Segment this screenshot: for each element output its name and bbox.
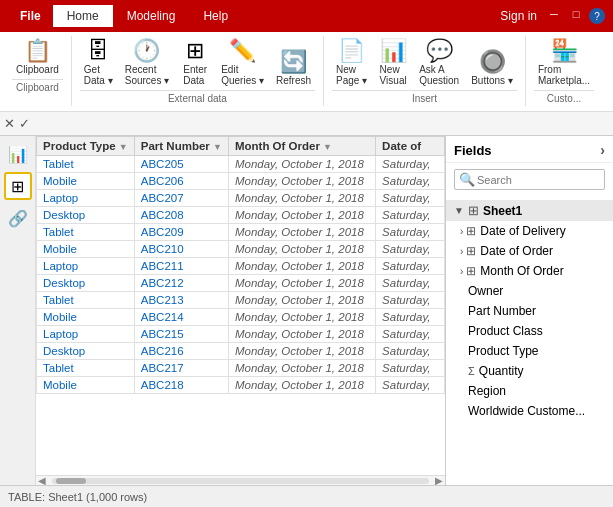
field-item-month-of-order[interactable]: › ⊞ Month Of Order [446, 261, 613, 281]
field-item-date-of-order[interactable]: › ⊞ Date of Order [446, 241, 613, 261]
window-controls: ─ □ ? [545, 8, 605, 24]
cell-part-number: ABC205 [134, 156, 228, 173]
recent-sources-label: RecentSources ▾ [125, 64, 169, 86]
field-item-date-of-delivery[interactable]: › ⊞ Date of Delivery [446, 221, 613, 241]
minimize-icon[interactable]: ─ [545, 8, 563, 24]
cell-product-type: Tablet [37, 292, 135, 309]
help-icon[interactable]: ? [589, 8, 605, 24]
table-area: Product Type ▼ Part Number ▼ Month Of Or… [36, 136, 445, 485]
fields-panel: Fields › 🔍 ▼ ⊞ Sheet1 › ⊞ Date of Delive… [445, 136, 613, 485]
cell-month-of-order: Monday, October 1, 2018 [228, 343, 375, 360]
field-item-part-number[interactable]: Part Number [446, 301, 613, 321]
custom-group-label: Custo... [534, 90, 594, 104]
horizontal-scrollbar[interactable]: ◀ ▶ [36, 475, 445, 485]
buttons-icon: 🔘 [479, 51, 506, 73]
enter-data-button[interactable]: ⊞ EnterData [177, 38, 213, 88]
region-label: Region [468, 384, 506, 398]
table-row: Mobile ABC214 Monday, October 1, 2018 Sa… [37, 309, 445, 326]
refresh-icon: 🔄 [280, 51, 307, 73]
recent-sources-button[interactable]: 🕐 RecentSources ▾ [121, 38, 173, 88]
left-panel: 📊 ⊞ 🔗 [0, 136, 36, 485]
refresh-button[interactable]: 🔄 Refresh [272, 49, 315, 88]
ask-question-button[interactable]: 💬 Ask AQuestion [415, 38, 463, 88]
cell-product-type: Mobile [37, 377, 135, 394]
data-view-icon[interactable]: ⊞ [4, 172, 32, 200]
fields-list: ▼ ⊞ Sheet1 › ⊞ Date of Delivery › ⊞ Date… [446, 196, 613, 485]
sort-icon-month-of-order[interactable]: ▼ [323, 142, 332, 152]
tab-modeling[interactable]: Modeling [113, 5, 190, 27]
cell-part-number: ABC217 [134, 360, 228, 377]
sort-icon-product-type[interactable]: ▼ [119, 142, 128, 152]
field-item-product-class[interactable]: Product Class [446, 321, 613, 341]
field-item-quantity[interactable]: Σ Quantity [446, 361, 613, 381]
search-icon: 🔍 [459, 172, 475, 187]
get-data-button[interactable]: 🗄 GetData ▾ [80, 38, 117, 88]
cell-product-type: Laptop [37, 258, 135, 275]
buttons-button[interactable]: 🔘 Buttons ▾ [467, 49, 517, 88]
sort-icon-part-number[interactable]: ▼ [213, 142, 222, 152]
table-row: Tablet ABC205 Monday, October 1, 2018 Sa… [37, 156, 445, 173]
field-item-worldwide-customer[interactable]: Worldwide Custome... [446, 401, 613, 421]
cell-month-of-order: Monday, October 1, 2018 [228, 224, 375, 241]
status-bar: TABLE: Sheet1 (1,000 rows) [0, 485, 613, 507]
ribbon-group-insert: 📄 NewPage ▾ 📊 NewVisual 💬 Ask AQuestion … [324, 36, 526, 106]
field-item-region[interactable]: Region [446, 381, 613, 401]
from-marketplace-button[interactable]: 🏪 FromMarketpla... [534, 38, 594, 88]
status-text: TABLE: Sheet1 (1,000 rows) [8, 491, 147, 503]
report-view-icon[interactable]: 📊 [4, 140, 32, 168]
date-of-delivery-arrow: › [460, 226, 463, 237]
clipboard-icon: 📋 [24, 40, 51, 62]
enter-data-icon: ⊞ [186, 40, 204, 62]
table-row: Mobile ABC210 Monday, October 1, 2018 Sa… [37, 241, 445, 258]
ribbon: 📋 Clipboard Clipboard 🗄 GetData ▾ 🕐 Rece… [0, 32, 613, 112]
fields-search-input[interactable] [477, 174, 600, 186]
fields-collapse-button[interactable]: › [600, 142, 605, 158]
col-header-month-of-order[interactable]: Month Of Order ▼ [228, 137, 375, 156]
cell-part-number: ABC214 [134, 309, 228, 326]
cell-date-of: Saturday, [376, 207, 445, 224]
cell-month-of-order: Monday, October 1, 2018 [228, 377, 375, 394]
get-data-icon: 🗄 [87, 40, 109, 62]
col-header-product-type[interactable]: Product Type ▼ [37, 137, 135, 156]
file-tab[interactable]: File [8, 5, 53, 27]
model-view-icon[interactable]: 🔗 [4, 204, 32, 232]
cell-part-number: ABC210 [134, 241, 228, 258]
table-row: Tablet ABC217 Monday, October 1, 2018 Sa… [37, 360, 445, 377]
cell-month-of-order: Monday, October 1, 2018 [228, 207, 375, 224]
clipboard-button[interactable]: 📋 Clipboard [12, 38, 63, 77]
new-visual-icon: 📊 [380, 40, 407, 62]
new-page-button[interactable]: 📄 NewPage ▾ [332, 38, 371, 88]
product-type-label: Product Type [468, 344, 539, 358]
sign-in-link[interactable]: Sign in [500, 9, 537, 23]
col-header-date-of[interactable]: Date of [376, 137, 445, 156]
maximize-icon[interactable]: □ [567, 8, 585, 24]
new-page-icon: 📄 [338, 40, 365, 62]
cell-product-type: Desktop [37, 275, 135, 292]
col-header-part-number[interactable]: Part Number ▼ [134, 137, 228, 156]
clipboard-buttons: 📋 Clipboard [12, 38, 63, 77]
new-visual-button[interactable]: 📊 NewVisual [375, 38, 411, 88]
formula-confirm-icon[interactable]: ✓ [19, 116, 30, 131]
field-item-owner[interactable]: Owner [446, 281, 613, 301]
edit-queries-button[interactable]: ✏️ EditQueries ▾ [217, 38, 268, 88]
from-marketplace-label: FromMarketpla... [538, 64, 590, 86]
custom-buttons: 🏪 FromMarketpla... [534, 38, 594, 88]
tab-help[interactable]: Help [189, 5, 242, 27]
scroll-thumb[interactable] [56, 478, 86, 484]
insert-buttons: 📄 NewPage ▾ 📊 NewVisual 💬 Ask AQuestion … [332, 38, 517, 88]
cell-date-of: Saturday, [376, 241, 445, 258]
quantity-label: Quantity [479, 364, 524, 378]
fields-search-container: 🔍 [454, 169, 605, 190]
tab-home[interactable]: Home [53, 5, 113, 27]
external-data-group-label: External data [80, 90, 315, 104]
formula-cancel-icon[interactable]: ✕ [4, 116, 15, 131]
cell-date-of: Saturday, [376, 224, 445, 241]
worldwide-customer-label: Worldwide Custome... [468, 404, 585, 418]
cell-part-number: ABC208 [134, 207, 228, 224]
cell-date-of: Saturday, [376, 173, 445, 190]
field-item-product-type[interactable]: Product Type [446, 341, 613, 361]
field-group-sheet1[interactable]: ▼ ⊞ Sheet1 [446, 200, 613, 221]
product-class-label: Product Class [468, 324, 543, 338]
cell-date-of: Saturday, [376, 377, 445, 394]
col-header-month-of-order-label: Month Of Order [235, 140, 320, 152]
